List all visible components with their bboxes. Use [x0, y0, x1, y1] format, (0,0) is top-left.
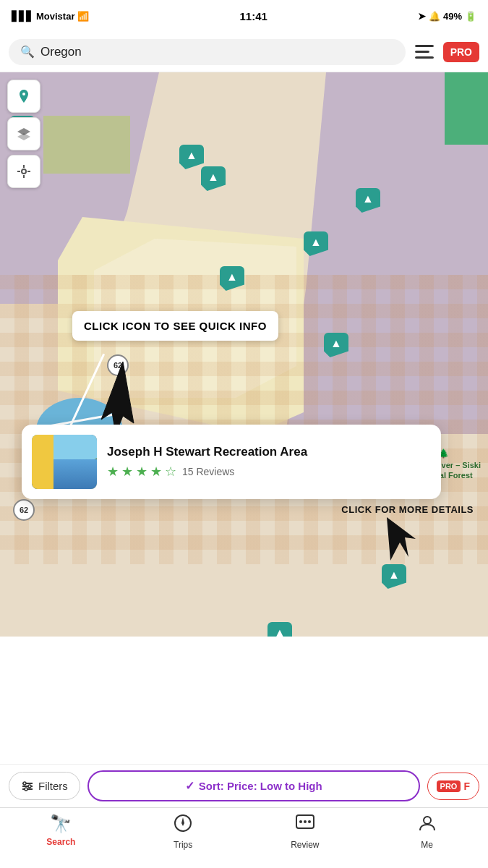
- nav-item-trips[interactable]: Trips: [122, 814, 244, 850]
- gps-icon: [16, 163, 32, 179]
- tent-icon: ▲: [186, 149, 197, 162]
- signal-icon: ▋▋▋: [12, 11, 33, 22]
- tent-icon: ▲: [207, 171, 219, 184]
- alarm-icon: 🔔: [429, 11, 440, 22]
- campsite-marker[interactable]: ▲: [201, 166, 226, 195]
- nav-item-me[interactable]: Me: [366, 814, 488, 850]
- search-input-wrapper[interactable]: 🔍: [9, 39, 406, 65]
- tent-icon: ▲: [274, 626, 286, 637]
- chevron-down-icon: ✓: [185, 779, 194, 793]
- tent-icon: ▲: [310, 236, 322, 249]
- search-icon: 🔍: [20, 45, 35, 59]
- star-2: ★: [121, 464, 133, 480]
- svg-point-20: [304, 820, 307, 823]
- nav-label-trips: Trips: [174, 840, 192, 850]
- info-card-title: Joseph H Stewart Recreation Area: [107, 445, 431, 459]
- svg-marker-17: [181, 817, 184, 826]
- compass-icon: [174, 814, 192, 837]
- bottom-nav: 🔭 Search Trips Review: [0, 807, 488, 868]
- tent-icon: ▲: [362, 192, 374, 205]
- svg-point-5: [22, 169, 26, 174]
- search-bar: 🔍 PRO: [0, 32, 488, 72]
- nav-label-me: Me: [421, 840, 433, 850]
- menu-button[interactable]: [411, 39, 437, 65]
- star-half: ☆: [165, 464, 176, 480]
- terrain-green-topright: [445, 72, 488, 145]
- info-card-image: [32, 435, 97, 489]
- svg-marker-4: [17, 133, 30, 140]
- nav-label-search: Search: [46, 837, 75, 847]
- tent-icon: ▲: [330, 337, 342, 350]
- battery-label: 49%: [443, 11, 462, 22]
- nav-item-review[interactable]: Review: [244, 814, 367, 850]
- sort-button[interactable]: ✓ Sort: Price: Low to High: [87, 770, 420, 801]
- location-icon: ➤: [418, 11, 426, 22]
- stars-row: ★ ★ ★ ★ ☆ 15 Reviews: [107, 464, 431, 480]
- filters-icon: [21, 780, 34, 792]
- status-bar: ▋▋▋ Movistar 📶 11:41 ➤ 🔔 49% 🔋: [0, 0, 488, 32]
- terrain-green-topleft: [43, 116, 130, 174]
- svg-point-15: [25, 788, 27, 791]
- marker-icon: [16, 88, 32, 104]
- campsite-marker[interactable]: ▲: [382, 564, 406, 593]
- profile-icon: [418, 814, 437, 837]
- svg-rect-1: [415, 51, 429, 53]
- campsite-marker[interactable]: ▲: [179, 145, 204, 174]
- star-1: ★: [107, 464, 119, 480]
- filters-button[interactable]: Filters: [9, 772, 80, 800]
- svg-rect-0: [415, 45, 434, 47]
- quick-info-tooltip: CLICK ICON TO SEE QUICK INFO: [72, 311, 278, 341]
- campsite-marker[interactable]: ▲: [356, 188, 380, 217]
- status-right: ➤ 🔔 49% 🔋: [418, 11, 476, 22]
- status-time: 11:41: [240, 10, 267, 22]
- campsite-marker[interactable]: ▲: [304, 231, 328, 260]
- road-badge-62-bottom: 62: [13, 499, 35, 521]
- star-3: ★: [136, 464, 147, 480]
- svg-point-14: [28, 785, 31, 788]
- pro-filter-button[interactable]: PRO F: [427, 773, 479, 800]
- chat-icon: [295, 814, 315, 837]
- details-arrow: [372, 510, 430, 568]
- tent-icon: ▲: [388, 569, 400, 582]
- bottom-toolbar: Filters ✓ Sort: Price: Low to High PRO F: [0, 764, 488, 807]
- gps-button[interactable]: [7, 155, 40, 188]
- campsite-marker[interactable]: ▲: [324, 333, 348, 362]
- pro-button[interactable]: PRO: [443, 42, 479, 62]
- svg-point-21: [308, 820, 311, 823]
- svg-point-22: [424, 817, 431, 824]
- nav-label-review: Review: [291, 840, 319, 850]
- info-card[interactable]: Joseph H Stewart Recreation Area ★ ★ ★ ★…: [22, 425, 441, 499]
- campsite-marker[interactable]: ▲: [267, 622, 292, 637]
- svg-point-19: [299, 820, 302, 823]
- yellow-strip: [32, 435, 53, 489]
- star-4: ★: [150, 464, 162, 480]
- campsite-marker[interactable]: ▲: [220, 266, 244, 295]
- wifi-icon: 📶: [77, 11, 89, 22]
- tent-icon: ▲: [226, 271, 238, 284]
- search-input[interactable]: [40, 45, 394, 59]
- reviews-count: 15 Reviews: [182, 466, 234, 477]
- location-marker-button[interactable]: [7, 80, 40, 113]
- status-carrier: ▋▋▋ Movistar 📶: [12, 11, 89, 22]
- battery-icon: 🔋: [465, 11, 476, 22]
- hamburger-icon: [415, 45, 434, 59]
- svg-point-13: [23, 782, 26, 785]
- map-controls: [7, 80, 40, 188]
- binoculars-icon: 🔭: [50, 814, 72, 834]
- map-area[interactable]: 62 62 ▲ ▲ ▲ ▲ ▲ ▲ ▲ ▲ ▲ ▲ ▲ ▲: [0, 72, 488, 637]
- layers-button[interactable]: [7, 117, 40, 150]
- svg-rect-2: [415, 56, 434, 59]
- layers-icon: [16, 126, 32, 142]
- nav-item-search[interactable]: 🔭 Search: [0, 814, 122, 847]
- info-card-content: Joseph H Stewart Recreation Area ★ ★ ★ ★…: [107, 445, 431, 480]
